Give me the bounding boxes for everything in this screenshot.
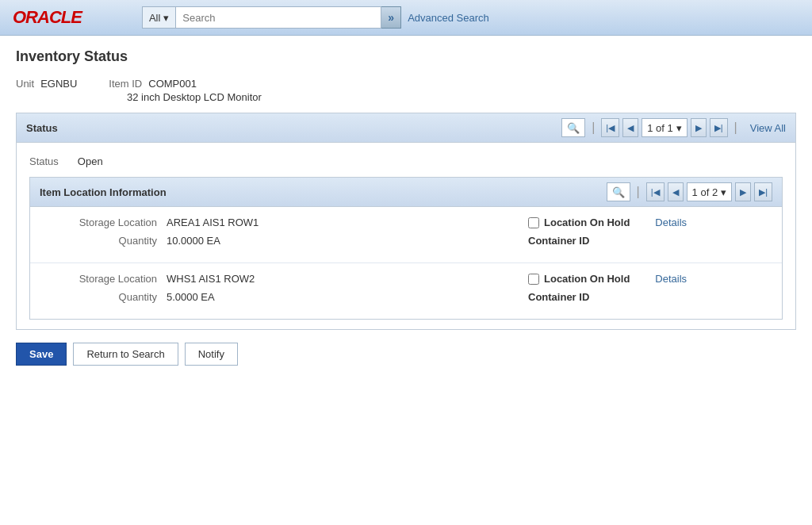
status-view-all-link[interactable]: View All (750, 122, 786, 134)
details-link-2[interactable]: Details (655, 273, 687, 285)
advanced-search-link[interactable]: Advanced Search (408, 12, 489, 24)
location-right-1: Location On Hold Details (528, 217, 766, 228)
status-section-controls: 🔍 | |◀ ◀ 1 of 1 ▾ ▶ ▶| | View All (561, 118, 786, 137)
first-icon: |◀ (606, 123, 615, 133)
location-search-icon: 🔍 (612, 186, 625, 198)
unit-value: EGNBU (40, 78, 77, 90)
chevron-down-icon: ▾ (676, 122, 682, 134)
save-button[interactable]: Save (16, 343, 67, 366)
location-on-hold-checkbox-2[interactable] (528, 274, 539, 285)
status-section-panel: Status 🔍 | |◀ ◀ 1 of 1 ▾ ▶ ▶| | View All (16, 113, 796, 330)
quantity-row-2: Quantity 5.0000 EA Container ID (46, 291, 766, 303)
unit-label: Unit (16, 78, 34, 90)
item-description: 32 inch Desktop LCD Monitor (127, 91, 262, 103)
details-link-1[interactable]: Details (655, 217, 687, 228)
divider1: | (592, 121, 595, 135)
loc-prev-icon: ◀ (672, 187, 679, 197)
loc-next-icon: ▶ (740, 187, 746, 197)
status-last-button[interactable]: ▶| (710, 118, 728, 137)
storage-location-label-1: Storage Location (46, 217, 157, 228)
status-prev-button[interactable]: ◀ (622, 118, 638, 137)
location-pagination: 1 of 2 (692, 186, 718, 198)
last-icon: ▶| (714, 123, 723, 133)
unit-row: Unit EGNBU Item ID COMP001 (16, 78, 262, 90)
location-row-2: Storage Location WHS1 AIS1 ROW2 Location… (46, 273, 766, 285)
location-item: Storage Location AREA1 AIS1 ROW1 Locatio… (30, 207, 782, 263)
container-right-2: Container ID (528, 291, 766, 303)
location-right-2: Location On Hold Details (528, 273, 766, 285)
search-dropdown-label: All (149, 12, 160, 24)
loc-chevron-down-icon: ▾ (721, 186, 726, 198)
location-first-button[interactable]: |◀ (646, 182, 665, 201)
dropdown-arrow-icon: ▾ (163, 12, 169, 24)
storage-location-label-2: Storage Location (46, 273, 157, 285)
location-hold-1: Location On Hold (528, 217, 630, 228)
item-location-title: Item Location Information (40, 186, 167, 198)
form-fields: Unit EGNBU Item ID COMP001 32 inch Deskt… (16, 78, 796, 103)
item-location-controls: 🔍 | |◀ ◀ 1 of 2 ▾ ▶ ▶| (607, 182, 772, 201)
location-next-button[interactable]: ▶ (735, 182, 751, 201)
quantity-row-1: Quantity 10.0000 EA Container ID (46, 235, 766, 247)
status-pagination: 1 of 1 (647, 122, 673, 134)
container-right-1: Container ID (528, 235, 766, 247)
location-on-hold-checkbox-1[interactable] (528, 217, 539, 228)
button-bar: Save Return to Search Notify (16, 343, 796, 366)
search-bar: All ▾ » Advanced Search (142, 6, 489, 29)
location-item-2: Storage Location WHS1 AIS1 ROW2 Location… (30, 263, 782, 319)
page-title: Inventory Status (16, 48, 796, 65)
status-section-body: Status Open Item Location Information 🔍 … (17, 143, 795, 329)
storage-location-value-2: WHS1 AIS1 ROW2 (167, 273, 528, 285)
status-field-value: Open (78, 155, 103, 167)
return-to-search-button[interactable]: Return to Search (73, 343, 178, 366)
location-last-button[interactable]: ▶| (754, 182, 772, 201)
item-id-label: Item ID (109, 78, 142, 90)
container-id-label-2: Container ID (528, 291, 589, 303)
location-page-select[interactable]: 1 of 2 ▾ (687, 182, 733, 201)
prev-icon: ◀ (627, 123, 634, 133)
item-location-panel: Item Location Information 🔍 | |◀ ◀ 1 of … (29, 177, 783, 320)
status-field-label: Status (29, 155, 59, 167)
container-id-label-1: Container ID (528, 235, 589, 247)
status-section-header: Status 🔍 | |◀ ◀ 1 of 1 ▾ ▶ ▶| | View All (17, 113, 795, 143)
item-location-header: Item Location Information 🔍 | |◀ ◀ 1 of … (30, 178, 782, 207)
search-icon: 🔍 (567, 122, 580, 134)
oracle-logo: ORACLE (13, 7, 82, 28)
next-icon: ▶ (695, 123, 702, 133)
location-prev-button[interactable]: ◀ (668, 182, 684, 201)
status-page-select[interactable]: 1 of 1 ▾ (642, 118, 688, 137)
loc-first-icon: |◀ (651, 187, 660, 197)
location-search-button[interactable]: 🔍 (607, 182, 630, 201)
status-row: Status Open (29, 152, 783, 171)
status-next-button[interactable]: ▶ (691, 118, 707, 137)
location-hold-2: Location On Hold (528, 273, 630, 285)
item-id-value: COMP001 (148, 78, 197, 90)
notify-button[interactable]: Notify (185, 343, 238, 366)
app-header: ORACLE All ▾ » Advanced Search (0, 0, 812, 36)
location-row-1: Storage Location AREA1 AIS1 ROW1 Locatio… (46, 217, 766, 228)
search-go-button[interactable]: » (381, 6, 401, 29)
loc-divider1: | (637, 185, 640, 199)
hold-label-1: Location On Hold (544, 217, 630, 228)
divider2: | (734, 121, 737, 135)
search-dropdown[interactable]: All ▾ (142, 6, 175, 29)
unit-item-fields: Unit EGNBU Item ID COMP001 32 inch Deskt… (16, 78, 262, 103)
hold-label-2: Location On Hold (544, 273, 630, 285)
status-search-button[interactable]: 🔍 (561, 118, 585, 137)
storage-location-value-1: AREA1 AIS1 ROW1 (167, 217, 528, 228)
page-content: Inventory Status Unit EGNBU Item ID COMP… (0, 36, 812, 378)
quantity-value-2: 5.0000 EA (167, 291, 528, 303)
status-section-title: Status (26, 122, 58, 134)
quantity-label-2: Quantity (46, 291, 157, 303)
status-first-button[interactable]: |◀ (601, 118, 619, 137)
loc-last-icon: ▶| (759, 187, 768, 197)
quantity-label-1: Quantity (46, 235, 157, 247)
quantity-value-1: 10.0000 EA (167, 235, 528, 247)
item-location-body: Storage Location AREA1 AIS1 ROW1 Locatio… (30, 207, 782, 319)
search-input[interactable] (175, 6, 381, 29)
